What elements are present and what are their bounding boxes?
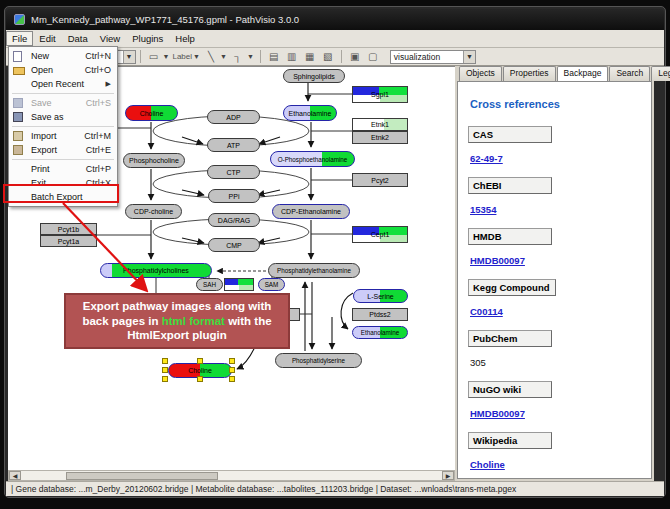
tab-legend[interactable]: Legend	[651, 66, 670, 81]
file-menu-save[interactable]: Save Ctrl+S	[9, 96, 117, 110]
chevron-down-icon[interactable]: ▼	[163, 53, 170, 60]
file-menu-open[interactable]: Open Ctrl+O	[9, 63, 117, 77]
node-sam[interactable]: SAM	[258, 278, 285, 291]
node-phosphocholine[interactable]: Phosphocholine	[123, 153, 185, 168]
chevron-down-icon[interactable]: ▼	[247, 53, 254, 60]
file-menu-save-as[interactable]: Save as	[9, 110, 117, 124]
open-folder-icon	[13, 67, 25, 75]
xref-link[interactable]: HMDB00097	[470, 408, 525, 419]
status-bar: | Gene database: ...m_Derby_20120602.bri…	[6, 481, 664, 496]
node-phosphatidylethanolamine[interactable]: Phosphatidylethanolamine	[268, 263, 360, 278]
node-cmp[interactable]: CMP	[208, 238, 260, 252]
selection-handle[interactable]	[229, 358, 235, 364]
file-menu-print[interactable]: Print Ctrl+P	[9, 162, 117, 176]
xref-link[interactable]: HMDB00097	[470, 255, 525, 266]
node-dag[interactable]: DAG/RAG	[208, 213, 260, 227]
selection-handle[interactable]	[229, 367, 235, 373]
scroll-left-icon[interactable]: ◀	[9, 471, 21, 480]
label-tool[interactable]: Label	[172, 50, 192, 64]
line-tool-icon[interactable]: ╲	[203, 50, 219, 64]
node-l-serine[interactable]: L-Serine	[353, 289, 408, 303]
node-ethanolamine-bottom[interactable]: Ethanolamine	[352, 326, 408, 339]
node-cdp-ethanolamine[interactable]: CDP-Ethanolamine	[272, 204, 350, 219]
xref-link[interactable]: 15354	[470, 204, 496, 215]
file-menu-import[interactable]: Import Ctrl+M	[9, 129, 117, 143]
callout-highlight: html format	[162, 315, 225, 327]
xref-link[interactable]: 62-49-7	[470, 153, 503, 164]
batch-export-highlight-box	[3, 184, 119, 203]
file-menu-export[interactable]: Export Ctrl+E	[9, 143, 117, 157]
node-pcyt1b[interactable]: Pcyt1b	[40, 223, 97, 235]
horizontal-scrollbar[interactable]: ◀ ▶	[8, 470, 455, 481]
node-sgpl1[interactable]: Sgpl1	[352, 86, 408, 103]
cross-references-header: Cross references	[470, 98, 651, 110]
node-ethanolamine-top[interactable]: Ethanolamine	[283, 105, 337, 121]
annotation-callout: Export pathway images along with back pa…	[64, 293, 290, 349]
node-phosphatidylcholines[interactable]: Phosphatidylcholines	[100, 263, 212, 278]
tab-backpage[interactable]: Backpage	[557, 66, 609, 81]
xref-section-chebi: ChEBI 15354	[468, 175, 651, 217]
node-phosphatidylserine[interactable]: Phosphatidylserine	[275, 353, 362, 368]
align-center-y-icon[interactable]: ▥	[284, 50, 300, 64]
chevron-down-icon[interactable]: ▼	[123, 51, 135, 63]
node-pcyt2[interactable]: Pcyt2	[352, 173, 408, 187]
tab-search[interactable]: Search	[609, 66, 650, 81]
selection-handle[interactable]	[162, 358, 168, 364]
selection-handle[interactable]	[229, 376, 235, 382]
menu-plugins[interactable]: Plugins	[126, 31, 169, 46]
file-menu: New Ctrl+N Open Ctrl+O Open Recent ▶ Sav…	[8, 46, 118, 207]
export-icon	[13, 145, 23, 155]
node-sphingolipids[interactable]: Sphingolipids	[283, 69, 345, 83]
xref-link[interactable]: C00114	[470, 306, 503, 317]
chevron-down-icon[interactable]: ▼	[463, 51, 475, 63]
selection-handle[interactable]	[162, 367, 168, 373]
selection-handle[interactable]	[162, 376, 168, 382]
menu-view[interactable]: View	[94, 31, 126, 46]
node-cept1[interactable]: Cept1	[352, 226, 408, 243]
node-etnk1[interactable]: Etnk1	[352, 118, 408, 131]
title-bar[interactable]: Mm_Kennedy_pathway_WP1771_45176.gpml - P…	[6, 9, 664, 30]
node-adp[interactable]: ADP	[207, 110, 260, 124]
scrollbar-thumb[interactable]	[66, 472, 218, 480]
menu-data[interactable]: Data	[62, 31, 94, 46]
backpage-panel[interactable]: Cross references CAS 62-49-7 ChEBI 15354…	[457, 81, 652, 479]
node-choline-top[interactable]: Choline	[125, 105, 178, 121]
stack-vertical-icon[interactable]: ▦	[302, 50, 318, 64]
tab-objects[interactable]: Objects	[459, 66, 502, 81]
node-cdp-choline[interactable]: CDP-choline	[125, 204, 182, 219]
xref-name: Wikipedia	[468, 432, 552, 449]
scroll-right-icon[interactable]: ▶	[442, 471, 454, 480]
chevron-down-icon[interactable]: ▼	[193, 53, 200, 60]
status-text: | Gene database: ...m_Derby_20120602.bri…	[11, 484, 516, 494]
file-menu-new[interactable]: New Ctrl+N	[9, 49, 117, 63]
xref-name: NuGO wiki	[468, 381, 552, 398]
selection-handle[interactable]	[197, 376, 203, 382]
align-center-x-icon[interactable]: ▤	[266, 50, 282, 64]
stack-horizontal-icon[interactable]: ▧	[320, 50, 336, 64]
menu-help[interactable]: Help	[169, 31, 201, 46]
node-etnk2[interactable]: Etnk2	[352, 131, 408, 144]
chevron-down-icon[interactable]: ▼	[220, 53, 227, 60]
node-pcyt1a[interactable]: Pcyt1a	[40, 235, 97, 247]
node-ptdss2[interactable]: Ptdss2	[352, 308, 408, 321]
xref-name: CAS	[468, 126, 552, 143]
menu-edit[interactable]: Edit	[33, 31, 61, 46]
node-o-phosphoethanolamine[interactable]: O-Phosphoethanolamine	[270, 151, 355, 167]
node-pemt[interactable]	[224, 278, 254, 291]
node-atp[interactable]: ATP	[207, 138, 260, 152]
node-sah[interactable]: SAH	[196, 278, 223, 291]
menu-file[interactable]: File	[6, 31, 33, 46]
selection-handle[interactable]	[197, 358, 203, 364]
xref-link[interactable]: Choline	[470, 459, 505, 470]
group-icon[interactable]: ▢	[365, 50, 381, 64]
datanode-tool-icon[interactable]: ▭	[146, 50, 162, 64]
common-size-icon[interactable]: ▣	[347, 50, 363, 64]
node-ctp[interactable]: CTP	[207, 165, 260, 179]
file-menu-open-recent[interactable]: Open Recent ▶	[9, 77, 117, 91]
visualization-select[interactable]: visualization ▼	[390, 50, 476, 64]
tab-properties[interactable]: Properties	[503, 66, 556, 81]
connector-tool-icon[interactable]: ┐	[230, 50, 246, 64]
xref-name: HMDB	[468, 228, 552, 245]
node-ppi[interactable]: PPi	[208, 189, 260, 203]
xref-section-cas: CAS 62-49-7	[468, 124, 651, 166]
